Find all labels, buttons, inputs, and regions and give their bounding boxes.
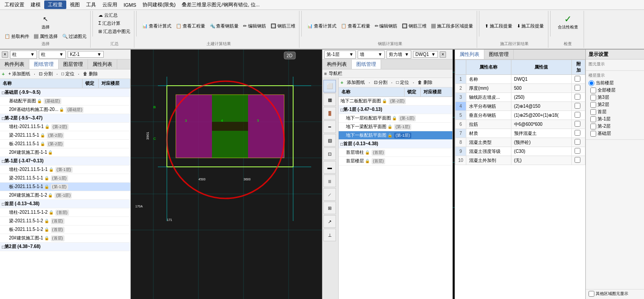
- tree-group-2nd[interactable]: □ 第2层 (4.38~7.68): [0, 243, 130, 251]
- icon-insulation[interactable]: ▧: [323, 134, 336, 147]
- radio-current-floor-input[interactable]: [589, 80, 594, 86]
- btn-view-formula2[interactable]: 📊 查看计算式: [305, 12, 338, 40]
- tree-group-shou[interactable]: □ 首层 (-0.13~4.38): [0, 200, 130, 208]
- mid-close-btn[interactable]: ×: [440, 51, 446, 58]
- btn-view-engineering2[interactable]: 📋 查看工程量: [339, 12, 372, 40]
- tree-item-13[interactable]: 板-2021.11.5-1-2 🔒 (首层): [0, 225, 130, 234]
- tree-item-8[interactable]: 梁-2021.11.5-1-1 🔒 (第-1层): [0, 174, 130, 183]
- prop-row-5[interactable]: 5 垂直分布钢筋 (1)⊕25@200+(1)⊕18(: [455, 111, 585, 120]
- cb-floor-2-input[interactable]: [590, 102, 596, 108]
- tree-item-9-selected[interactable]: 板-2021.11.5-1-1 🔒 (第-1层): [0, 183, 130, 191]
- btn-lower-quota[interactable]: ⬇ 施工段提量: [515, 12, 546, 40]
- cb-floor-2[interactable]: 第2层: [590, 101, 641, 108]
- btn-rebar-3d2[interactable]: 🔲 钢筋三维: [400, 12, 428, 40]
- prop-row-7[interactable]: 7 材质 预拌混凝土: [455, 129, 585, 138]
- menu-item-yunyingyong[interactable]: 云应用: [100, 0, 120, 9]
- left-dropdown-2[interactable]: 柱▼: [39, 51, 66, 59]
- mid-group-2[interactable]: □ 首层 (-0.13~4.38): [339, 140, 452, 148]
- tree-item-7[interactable]: 墙柱-2021.11.5-1-1 🔒 (第-1层): [0, 166, 130, 174]
- icon-door[interactable]: 🚪: [323, 107, 336, 120]
- icon-curtain[interactable]: |||: [323, 175, 336, 187]
- cb-floor-shou-input[interactable]: [590, 109, 596, 115]
- btn-multi-area[interactable]: ▦ 施工段多区域提量: [429, 12, 475, 40]
- cb-all-floors-input[interactable]: [590, 87, 596, 93]
- tree-item-6[interactable]: 20#建筑施工图-1-1 🔒: [0, 148, 130, 157]
- cb-floor-neg2[interactable]: 第-2层: [590, 123, 641, 129]
- tree-group-2[interactable]: □ 第-2层 (-9.5~-3.47): [0, 114, 130, 123]
- mid-floor-dropdown[interactable]: 第-1层▼: [324, 51, 356, 59]
- prop-row-2[interactable]: 2 厚度(mm) 500: [455, 84, 585, 93]
- right-tab-drawing-mgmt[interactable]: 图纸管理: [484, 50, 514, 59]
- btn-view-formula[interactable]: 📊 查看计算式: [140, 12, 173, 40]
- tab-layer-mgmt[interactable]: 图层管理: [59, 60, 88, 69]
- btn-locate-mid[interactable]: □ 定位: [394, 79, 411, 86]
- mid-tree-item-5[interactable]: 首层墙柱 🔒 (首层): [339, 148, 452, 157]
- btn-delete-left[interactable]: 🗑 删除: [81, 70, 100, 78]
- prop-row-9[interactable]: 9 混凝土强度等级 (C30): [455, 147, 585, 156]
- cb-floor-3[interactable]: 第3层: [590, 94, 641, 101]
- mid-tree-item-6[interactable]: 首层楼层 🔒 (首层): [339, 157, 452, 166]
- cb-floor-3-input[interactable]: [590, 95, 596, 101]
- mid-tree-item-3[interactable]: 地下一梁配筋平面图 🔒 (第-1层): [339, 123, 452, 131]
- menu-item-igms[interactable]: IGMS: [121, 1, 139, 9]
- menu-item-jianmo[interactable]: 建模: [28, 0, 43, 9]
- tree-item-4[interactable]: 梁-2021.11.5-1 🔒 (第-2层): [0, 131, 130, 140]
- tree-item-14[interactable]: 20#建筑施工图-1 🔒 (首层): [0, 234, 130, 243]
- mid-tree-item-4-selected[interactable]: 地下一板配筋平面图 🔒 (第-1层): [339, 131, 452, 140]
- btn-edit-rebar[interactable]: ✏ 编辑钢筋: [241, 12, 268, 40]
- tab-component-list[interactable]: 构件列表: [0, 60, 29, 69]
- left-dropdown-1[interactable]: 柱▼: [10, 51, 37, 59]
- tree-item-2[interactable]: 20#基础结构施工图-20... 🔒 (基础层): [0, 106, 130, 114]
- menu-item-gongcheng[interactable]: 工程量: [44, 0, 66, 9]
- icon-slope[interactable]: ⟋: [323, 188, 336, 201]
- icon-beam[interactable]: ━: [323, 120, 336, 133]
- ribbon-btn-select[interactable]: ↖ 选择: [37, 12, 55, 32]
- cb-floor-neg2-input[interactable]: [590, 124, 596, 129]
- extra-checkbox-4[interactable]: [575, 103, 580, 109]
- extra-checkbox-9[interactable]: [575, 148, 580, 154]
- cb-other-region-input[interactable]: [589, 291, 594, 297]
- mid-tree-item-2[interactable]: 地下一层柱配筋平面图 🔒 (第-1层): [339, 114, 452, 123]
- extra-checkbox-8[interactable]: [575, 139, 580, 145]
- menu-item-gcsz[interactable]: 工程设置: [2, 0, 27, 9]
- mid-component-dropdown[interactable]: DWQ1▼: [413, 51, 438, 58]
- prop-row-4[interactable]: 4 水平分布钢筋 (2)⊕14@150: [455, 102, 585, 111]
- btn-edit-rebar2[interactable]: ✏ 编辑钢筋: [373, 12, 400, 40]
- btn-locate-left[interactable]: □ 定位: [60, 70, 76, 78]
- btn-rebar-3d[interactable]: 🔲 钢筋三维: [269, 12, 297, 40]
- mid-tree-item-1[interactable]: 地下二板配筋平面图 🔒 (第-2层): [339, 97, 452, 106]
- btn-view-rebar[interactable]: 🔩 查看钢筋量: [208, 12, 241, 40]
- icon-slab[interactable]: ▬: [323, 161, 336, 174]
- btn-split-mid[interactable]: ⊡ 分割: [372, 79, 390, 86]
- btn-raise-quota[interactable]: ⬆ 施工段提量: [483, 12, 514, 40]
- mid-group-1[interactable]: □ 第-1层 (-3.47~0.13): [339, 106, 452, 114]
- mid-tab-drawing[interactable]: 图纸管理: [352, 60, 381, 69]
- icon-spiral[interactable]: ⊞: [323, 202, 336, 214]
- tree-item-12[interactable]: 梁-2021.11.5-1-2 🔒 (首层): [0, 217, 130, 225]
- tree-item-11[interactable]: 墙柱-2021.11.5-1-2 🔒 (首层): [0, 208, 130, 217]
- btn-legal-check[interactable]: ✓ 合法性检查: [554, 12, 582, 32]
- btn-add-drawing-mid[interactable]: 添加图纸: [345, 79, 367, 86]
- menu-item-xietong[interactable]: 协同建模(限免): [140, 0, 178, 9]
- tree-group-jichu[interactable]: □ 基础层 (-9.9~-9.5): [0, 88, 130, 97]
- icon-masonry[interactable]: ▦: [323, 93, 336, 106]
- btn-add-drawing-left[interactable]: + 添加图纸: [6, 70, 32, 78]
- btn-split-left[interactable]: ⊡ 分割: [37, 70, 55, 78]
- right-tab-properties[interactable]: 属性列表: [455, 50, 484, 59]
- icon-column[interactable]: ⊡: [323, 147, 336, 160]
- cb-other-region[interactable]: 其他区域图元显示: [589, 291, 641, 297]
- tree-item-5[interactable]: 板-2021.11.5-1 🔒 (第-2层): [0, 140, 130, 148]
- icon-shearwall[interactable]: ⬜: [323, 80, 336, 92]
- prop-row-6[interactable]: 6 拉筋 中6@600*600: [455, 120, 585, 129]
- extra-checkbox-6[interactable]: [575, 121, 580, 127]
- tree-item-10[interactable]: 20#建筑施工图-1-2 🔒 (第-1层): [0, 191, 130, 200]
- btn-pickup-component[interactable]: 📋 拾取构件: [3, 33, 31, 40]
- prop-row-3[interactable]: 3 轴线距左墙皮... (250): [455, 93, 585, 102]
- btn-filter[interactable]: 🔍 过滤图元: [60, 33, 89, 40]
- prop-row-10[interactable]: 10 混凝土外加剂 (无): [455, 156, 585, 165]
- btn-cloud-summary[interactable]: ☁ 云汇总: [97, 12, 132, 19]
- icon-pile[interactable]: ⊥: [323, 229, 336, 241]
- tree-item-3[interactable]: 墙柱-2021.11.5-1 🔒 (第-2层): [0, 123, 130, 131]
- btn-delete-mid[interactable]: 🗑 删除: [416, 79, 434, 86]
- menu-item-jiaoceng[interactable]: 叠差三维显示图元/钢网有错位, 位...: [179, 0, 262, 9]
